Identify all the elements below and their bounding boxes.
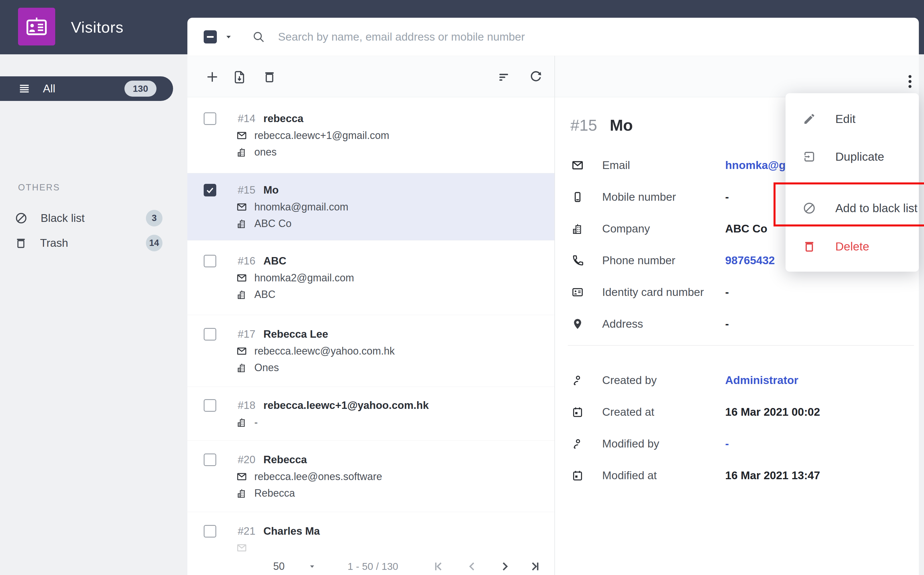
list-item[interactable]: #18 rebecca.leewc+1@yahoo.com.hk - xyxy=(188,387,554,441)
first-page-icon[interactable] xyxy=(432,560,445,573)
row-checkbox[interactable] xyxy=(204,328,216,340)
sidebar-item-all[interactable]: All 130 xyxy=(0,76,173,101)
list-icon xyxy=(18,82,31,95)
detail-record-id: #15 xyxy=(571,116,597,134)
row-id: #21 xyxy=(238,525,256,537)
menu-item-edit[interactable]: Edit xyxy=(786,105,919,133)
page-title: Visitors xyxy=(71,0,124,54)
field-value: - xyxy=(725,318,729,330)
company-icon xyxy=(236,289,247,300)
phone-icon xyxy=(571,254,584,267)
meta-row-modified-by: Modified by - xyxy=(571,428,911,459)
menu-item-label: Duplicate xyxy=(835,150,884,164)
duplicate-icon xyxy=(802,150,816,164)
kebab-menu-icon[interactable] xyxy=(903,72,918,91)
page-size-caret-icon[interactable] xyxy=(308,558,316,575)
ban-icon xyxy=(14,211,28,225)
list-item[interactable]: #17 Rebecca Lee rebecca.leewc@yahoo.com.… xyxy=(188,315,554,387)
sort-icon[interactable] xyxy=(497,70,512,85)
row-email: rebecca.leewc+1@gmail.com xyxy=(254,130,389,141)
row-checkbox[interactable] xyxy=(204,255,216,267)
list-item[interactable]: #21 Charles Ma xyxy=(188,512,554,558)
previous-page-icon[interactable] xyxy=(466,560,479,573)
delete-selected-icon[interactable] xyxy=(262,70,277,84)
next-page-icon[interactable] xyxy=(498,560,512,573)
search-icon xyxy=(252,30,266,44)
visitors-app: Visitors All 130 OTHERS Black list 3 xyxy=(0,0,924,575)
field-label: Email xyxy=(602,159,630,172)
person-icon xyxy=(571,437,584,450)
meta-row-created-at: Created at 16 Mar 2021 00:02 xyxy=(571,396,911,428)
list-item[interactable]: #20 Rebecca rebecca.lee@ones.software Re… xyxy=(188,441,554,512)
refresh-icon[interactable] xyxy=(528,70,543,85)
field-row-address: Address - xyxy=(571,308,911,340)
page-size-value[interactable]: 50 xyxy=(273,558,285,575)
row-checkbox[interactable] xyxy=(204,453,216,466)
row-company: Rebecca xyxy=(254,487,295,499)
trash-icon xyxy=(14,237,27,249)
field-row-identity-card: Identity card number - xyxy=(571,276,911,308)
sidebar-item-trash[interactable]: Trash 14 xyxy=(0,230,188,256)
field-value: - xyxy=(725,286,729,299)
row-checkbox-checked[interactable] xyxy=(204,184,216,197)
sidebar-section-others: OTHERS xyxy=(18,183,60,193)
search-bar xyxy=(188,18,919,56)
field-label: Phone number xyxy=(602,254,676,267)
import-file-icon[interactable] xyxy=(232,70,247,85)
list-toolbar xyxy=(188,56,919,97)
row-email: rebecca.leewc@yahoo.com.hk xyxy=(254,345,395,357)
meta-value: 16 Mar 2021 13:47 xyxy=(725,469,820,482)
row-id: #16 xyxy=(238,255,256,267)
row-name: rebecca.leewc+1@yahoo.com.hk xyxy=(264,399,429,411)
row-checkbox[interactable] xyxy=(204,399,216,412)
all-count-badge: 130 xyxy=(124,81,156,97)
company-icon xyxy=(236,218,247,229)
calendar-icon xyxy=(571,406,584,418)
list-item[interactable]: #16 ABC hnomka2@gmail.com ABC xyxy=(188,240,554,315)
select-all-checkbox[interactable] xyxy=(204,30,217,43)
row-checkbox[interactable] xyxy=(204,525,216,538)
menu-item-duplicate[interactable]: Duplicate xyxy=(786,142,919,171)
modified-by-value: - xyxy=(725,437,729,450)
meta-label: Modified at xyxy=(602,469,657,482)
row-name: ABC xyxy=(264,255,286,267)
row-email: rebecca.lee@ones.software xyxy=(254,471,382,483)
detail-record-name: Mo xyxy=(610,116,633,134)
menu-item-delete[interactable]: Delete xyxy=(786,232,919,261)
list-item-selected[interactable]: #15 Mo hnomka@gmail.com ABC Co xyxy=(188,173,554,240)
panel-divider xyxy=(554,56,555,575)
menu-item-label: Add to black list xyxy=(835,202,918,215)
person-icon xyxy=(571,374,584,387)
sidebar-item-label: Black list xyxy=(41,212,85,224)
add-visitor-icon[interactable] xyxy=(205,70,219,84)
trash-icon xyxy=(802,240,816,253)
mobile-icon xyxy=(571,191,584,203)
email-icon xyxy=(236,201,247,213)
search-input[interactable] xyxy=(277,30,765,43)
sidebar-item-label: Trash xyxy=(40,237,68,249)
row-company: ABC xyxy=(254,289,275,300)
id-card-icon xyxy=(571,286,584,299)
sidebar-item-black-list[interactable]: Black list 3 xyxy=(0,206,188,231)
row-checkbox[interactable] xyxy=(204,112,216,125)
menu-item-label: Edit xyxy=(835,112,856,126)
menu-item-label: Delete xyxy=(835,240,869,253)
meta-label: Modified by xyxy=(602,437,659,450)
list-item[interactable]: #14 rebecca rebecca.leewc+1@gmail.com on… xyxy=(188,97,554,173)
menu-item-add-to-black-list[interactable]: Add to black list xyxy=(786,194,919,222)
field-label: Identity card number xyxy=(602,286,704,299)
row-name: Mo xyxy=(264,184,278,196)
phone-link[interactable]: 98765432 xyxy=(725,254,775,267)
pagination-bar: 50 1 - 50 / 130 xyxy=(188,558,554,575)
row-name: Rebecca xyxy=(264,454,307,466)
company-icon xyxy=(236,362,247,373)
meta-label: Created by xyxy=(602,374,657,387)
pencil-icon xyxy=(802,112,816,126)
field-value: - xyxy=(725,191,729,203)
row-name: rebecca xyxy=(264,113,304,125)
field-label: Mobile number xyxy=(602,191,676,203)
created-by-link[interactable]: Administrator xyxy=(725,374,798,387)
company-icon xyxy=(571,222,584,235)
last-page-icon[interactable] xyxy=(528,560,542,573)
chevron-down-icon[interactable] xyxy=(224,33,233,41)
